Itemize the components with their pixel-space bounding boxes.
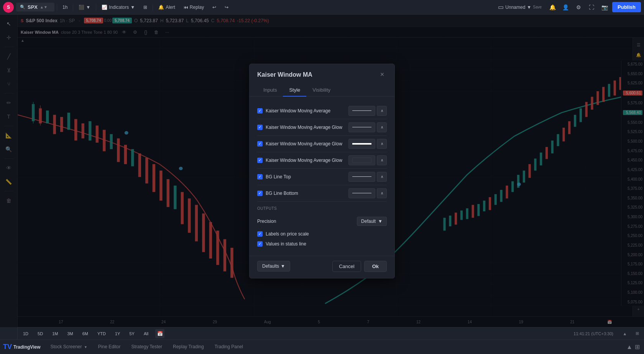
chevron-btn-bg-top[interactable]: ∧ (377, 172, 387, 182)
precision-row: Precision Default ▼ (257, 214, 387, 229)
bottom-layout-icon[interactable]: ⊞ (633, 343, 641, 351)
cancel-button[interactable]: Cancel (332, 261, 361, 272)
precision-select[interactable]: Default ▼ (357, 217, 387, 226)
user-icon[interactable]: 👤 (560, 2, 571, 13)
symbol-search[interactable]: 🔍 SPX ▲▼ (16, 3, 54, 12)
modal-header: Kaiser Window MA × (250, 64, 394, 79)
style-row-2-right: ∧ (348, 122, 387, 132)
chevron-btn-1[interactable]: ∧ (377, 106, 387, 116)
redo-button[interactable]: ↪ (222, 3, 232, 12)
ok-button[interactable]: Ok (364, 261, 387, 272)
tf-3m[interactable]: 3M (65, 331, 75, 337)
replay-button[interactable]: ⏮ Replay (181, 3, 207, 12)
line-style-btn-1[interactable] (348, 106, 375, 116)
tab-style[interactable]: Style (283, 84, 306, 97)
notification-icon[interactable]: 🔔 (547, 2, 558, 13)
bottom-expand-icon[interactable]: ▲ (626, 343, 633, 351)
labels-on-scale-row: ✓ Labels on price scale (257, 229, 387, 239)
bottom-bar: 1D 5D 1M 3M 6M YTD 1Y 5Y All 📅 11:41:21 … (18, 327, 644, 339)
tab-visibility[interactable]: Visibility (306, 84, 337, 97)
footer-right: Cancel Ok (332, 261, 387, 272)
tf-ytd[interactable]: YTD (95, 331, 108, 337)
defaults-button[interactable]: Defaults ▼ (257, 261, 290, 272)
undo-button[interactable]: ↩ (209, 3, 219, 12)
divider-2 (73, 3, 73, 11)
timeframe-button[interactable]: 1h (59, 3, 71, 12)
alert-button[interactable]: 🔔 Alert (155, 3, 178, 12)
unnamed-area: ▭ Unnamed ▼ Save (495, 2, 545, 12)
modal-tabs: Inputs Style Visibility (250, 79, 394, 97)
style-row-4-right: ∧ (348, 155, 387, 165)
templates-button[interactable]: ⊞ (140, 3, 150, 12)
chevron-btn-4[interactable]: ∧ (377, 155, 387, 165)
style-label-1: Kaiser Window Moving Average (266, 108, 330, 114)
line-style-btn-3[interactable] (348, 139, 375, 149)
values-in-status-label: Values in status line (266, 241, 306, 247)
tab-replay-trading[interactable]: Replay Trading (168, 341, 209, 353)
line-preview-2 (352, 127, 371, 127)
expand-bottom-icon[interactable]: ▲ (621, 330, 629, 338)
divider-1 (57, 3, 57, 11)
bar-type-button[interactable]: ⬛ ▼ (76, 3, 94, 12)
divider-3 (96, 3, 96, 11)
line-preview-3 (352, 143, 371, 145)
publish-button[interactable]: Publish (612, 2, 641, 12)
style-label-4: Kaiser Window Moving Average Glow (266, 158, 342, 163)
tf-6m[interactable]: 6M (80, 331, 90, 337)
settings-icon[interactable]: ⚙ (573, 2, 584, 13)
style-row-bg-bottom-left: ✓ BG Line Bottom (257, 191, 298, 196)
style-row-bg-bottom: ✓ BG Line Bottom ∧ (257, 185, 387, 202)
indicators-button[interactable]: 📈 Indicators ▼ (99, 3, 138, 12)
style-row-1: ✓ Kaiser Window Moving Average ∧ (257, 103, 387, 119)
tab-inputs[interactable]: Inputs (257, 84, 283, 97)
checkbox-2[interactable]: ✓ (257, 125, 263, 130)
tf-all[interactable]: All (141, 331, 151, 337)
modal-overlay: Kaiser Window MA × Inputs Style Visibili… (0, 15, 644, 327)
modal-content: ✓ Kaiser Window Moving Average ∧ ✓ Kaise… (250, 97, 394, 256)
checkbox-4[interactable]: ✓ (257, 158, 263, 163)
checkbox-bg-top[interactable]: ✓ (257, 174, 263, 179)
modal-close-button[interactable]: × (378, 70, 387, 79)
style-row-2: ✓ Kaiser Window Moving Average Glow ∧ (257, 119, 387, 136)
checkbox-bg-bottom[interactable]: ✓ (257, 191, 263, 196)
tf-1y[interactable]: 1Y (113, 331, 122, 337)
chevron-btn-bg-bottom[interactable]: ∧ (377, 188, 387, 198)
checkbox-1[interactable]: ✓ (257, 108, 263, 114)
line-style-btn-bg-bottom[interactable] (348, 188, 375, 198)
tab-trading-panel[interactable]: Trading Panel (209, 341, 248, 353)
line-style-btn-4[interactable] (348, 155, 375, 165)
style-row-bg-bottom-right: ∧ (348, 188, 387, 198)
symbol-text: SPX (28, 4, 38, 10)
tf-1m[interactable]: 1M (50, 331, 60, 337)
tf-5d[interactable]: 5D (35, 331, 45, 337)
chevron-btn-3[interactable]: ∧ (377, 139, 387, 149)
screenshot-icon[interactable]: 📷 (599, 2, 610, 13)
checkbox-3[interactable]: ✓ (257, 141, 263, 147)
kaiser-window-modal: Kaiser Window MA × Inputs Style Visibili… (249, 64, 395, 278)
fullscreen-icon[interactable]: ⛶ (586, 2, 597, 13)
settings-bottom-icon[interactable]: ⊞ (633, 330, 641, 338)
style-label-2: Kaiser Window Moving Average Glow (266, 125, 342, 130)
bottom-tabs-bar: TV TradingView Stock Screener ▼ Pine Edi… (0, 339, 644, 354)
tf-5y[interactable]: 5Y (127, 331, 136, 337)
outputs-label: OUTPUTS (257, 206, 387, 211)
line-preview-bg-bottom (352, 193, 371, 193)
style-label-bg-bottom: BG Line Bottom (266, 191, 298, 196)
checkbox-labels[interactable]: ✓ (257, 231, 263, 237)
tab-strategy-tester[interactable]: Strategy Tester (126, 341, 168, 353)
style-row-3: ✓ Kaiser Window Moving Average Glow ∧ (257, 136, 387, 152)
chevron-btn-2[interactable]: ∧ (377, 122, 387, 132)
tab-pine-editor[interactable]: Pine Editor (93, 341, 126, 353)
calendar-button[interactable]: 📅 (155, 329, 164, 338)
tf-1d[interactable]: 1D (21, 331, 31, 337)
layout-icon: ▭ (498, 3, 504, 11)
line-style-btn-bg-top[interactable] (348, 172, 375, 182)
checkbox-values[interactable]: ✓ (257, 241, 263, 247)
style-row-2-left: ✓ Kaiser Window Moving Average Glow (257, 125, 342, 130)
line-style-btn-2[interactable] (348, 122, 375, 132)
line-preview-bg-top (352, 176, 371, 177)
color-swatch-4 (352, 158, 371, 163)
style-label-3: Kaiser Window Moving Average Glow (266, 141, 342, 147)
tab-stock-screener[interactable]: Stock Screener ▼ (45, 341, 92, 353)
tradingview-logo: TV TradingView (3, 343, 40, 351)
